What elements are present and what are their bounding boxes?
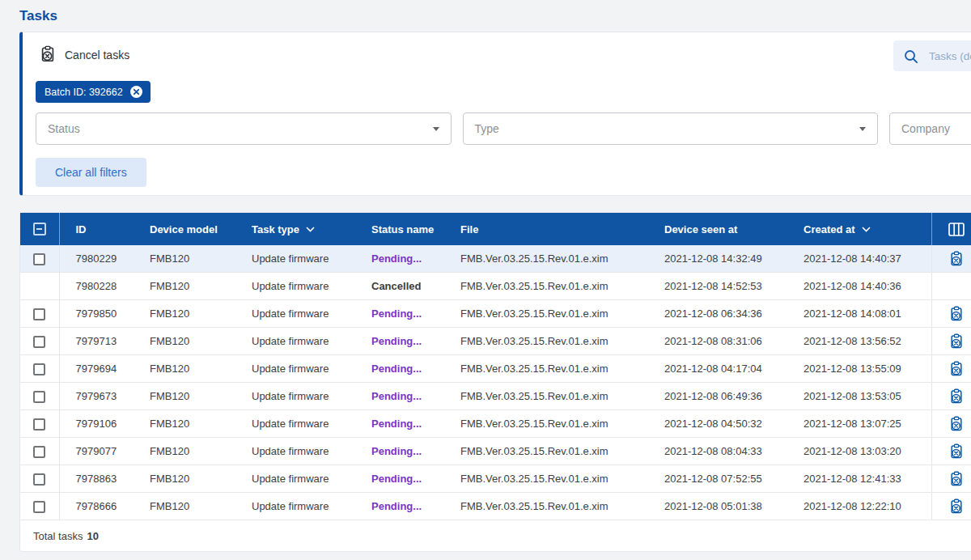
column-settings-cell[interactable] (931, 213, 971, 245)
row-checkbox-cell[interactable] (20, 300, 59, 328)
cell-task-type: Update firmware (235, 493, 355, 520)
cell-status[interactable]: Pending... (355, 410, 444, 438)
cancel-task-icon[interactable] (948, 361, 965, 377)
row-checkbox-cell[interactable] (20, 410, 59, 438)
cell-status[interactable]: Pending... (355, 493, 444, 520)
cell-task-type: Update firmware (235, 438, 355, 465)
column-header-device-seen-at[interactable]: Device seen at (648, 213, 787, 245)
cell-status[interactable]: Pending... (355, 328, 444, 355)
row-checkbox-cell[interactable] (20, 245, 59, 273)
cancel-task-icon[interactable] (948, 333, 965, 350)
search-input[interactable] (927, 49, 971, 63)
filter-chip-batch-id[interactable]: Batch ID: 392662 (36, 81, 151, 103)
cancel-task-icon[interactable] (948, 251, 965, 267)
row-actions-cell[interactable] (931, 245, 971, 273)
cancel-task-icon[interactable] (948, 471, 965, 487)
row-checkbox-cell[interactable] (20, 465, 59, 493)
cell-device-model: FMB120 (134, 355, 235, 383)
cell-status[interactable]: Cancelled (355, 273, 444, 300)
cancel-task-icon[interactable] (948, 306, 965, 322)
table-row[interactable]: 7979850FMB120Update firmwarePending...FM… (20, 300, 971, 328)
column-header-device-model[interactable]: Device model (134, 213, 235, 245)
cancel-task-icon[interactable] (948, 498, 965, 515)
table-body: 7980229FMB120Update firmwarePending...FM… (20, 245, 971, 520)
clear-all-filters-button[interactable]: Clear all filters (36, 158, 146, 187)
row-checkbox[interactable] (33, 446, 45, 458)
remove-chip-icon[interactable] (129, 85, 143, 99)
row-checkbox[interactable] (33, 473, 45, 486)
column-settings-icon[interactable] (948, 223, 965, 236)
cell-status[interactable]: Pending... (355, 245, 444, 273)
cell-file: FMB.Ver.03.25.15.Rev.01.e.xim (444, 328, 648, 355)
search-box[interactable] (893, 40, 971, 71)
table-row[interactable]: 7979077FMB120Update firmwarePending...FM… (20, 438, 971, 465)
row-checkbox[interactable] (33, 363, 45, 375)
cancel-task-icon[interactable] (948, 443, 965, 460)
chevron-down-icon (859, 127, 866, 131)
table-row[interactable]: 7980229FMB120Update firmwarePending...FM… (20, 245, 971, 273)
table-header: ID Device model Task type (20, 213, 971, 245)
cell-status[interactable]: Pending... (355, 383, 444, 410)
column-header-file[interactable]: File (444, 213, 648, 245)
row-actions-cell[interactable] (931, 328, 971, 355)
cell-device-seen-at: 2021-12-08 08:31:06 (648, 328, 787, 355)
select-all-checkbox-cell[interactable] (20, 213, 59, 245)
cell-created-at: 2021-12-08 13:55:09 (787, 355, 931, 383)
cell-id: 7979077 (59, 438, 134, 465)
table-row[interactable]: 7979106FMB120Update firmwarePending...FM… (20, 410, 971, 438)
row-checkbox[interactable] (33, 308, 45, 320)
row-checkbox-cell[interactable] (20, 383, 59, 410)
cell-status[interactable]: Pending... (355, 465, 444, 493)
cell-created-at: 2021-12-08 13:56:52 (787, 328, 931, 355)
cell-id: 7979850 (59, 300, 134, 328)
table-row[interactable]: 7980228FMB120Update firmwareCancelledFMB… (20, 273, 971, 300)
table-row[interactable]: 7979673FMB120Update firmwarePending...FM… (20, 383, 971, 410)
cell-status[interactable]: Pending... (355, 355, 444, 383)
row-checkbox[interactable] (33, 501, 45, 513)
column-header-created-at[interactable]: Created at (787, 213, 931, 245)
company-filter-placeholder: Company (901, 122, 950, 135)
row-actions-cell[interactable] (931, 410, 971, 438)
row-actions-cell[interactable] (931, 493, 971, 520)
row-actions-cell[interactable] (931, 300, 971, 328)
table-row[interactable]: 7979694FMB120Update firmwarePending...FM… (20, 355, 971, 383)
row-actions-cell[interactable] (931, 383, 971, 410)
cell-device-seen-at: 2021-12-08 04:17:04 (648, 355, 787, 383)
cell-status[interactable]: Pending... (355, 300, 444, 328)
type-filter-select[interactable]: Type (463, 112, 879, 145)
cell-status[interactable]: Pending... (355, 438, 444, 465)
cancel-task-icon[interactable] (948, 416, 965, 432)
row-checkbox[interactable] (33, 253, 45, 265)
table-row[interactable]: 7978863FMB120Update firmwarePending...FM… (20, 465, 971, 493)
column-header-task-type[interactable]: Task type (235, 213, 355, 245)
row-actions-cell[interactable] (931, 355, 971, 383)
cell-task-type: Update firmware (235, 355, 355, 383)
cell-device-model: FMB120 (134, 465, 235, 493)
cell-task-type: Update firmware (235, 410, 355, 438)
row-checkbox-cell[interactable] (20, 493, 59, 520)
row-checkbox-cell[interactable] (20, 355, 59, 383)
row-actions-cell[interactable] (931, 465, 971, 493)
row-checkbox[interactable] (33, 336, 45, 348)
cancel-task-icon[interactable] (948, 388, 965, 405)
row-checkbox-cell[interactable] (20, 328, 59, 355)
row-checkbox-cell[interactable] (20, 438, 59, 465)
row-checkbox-cell (20, 273, 59, 300)
cell-file: FMB.Ver.03.25.15.Rev.01.e.xim (444, 438, 648, 465)
cancel-tasks-button[interactable]: Cancel tasks (36, 45, 133, 66)
row-actions-cell[interactable] (931, 438, 971, 465)
cell-id: 7979694 (59, 355, 134, 383)
cell-device-seen-at: 2021-12-08 08:04:33 (648, 438, 787, 465)
company-filter-select[interactable]: Company (889, 112, 971, 145)
table-row[interactable]: 7978666FMB120Update firmwarePending...FM… (20, 493, 971, 520)
cell-device-model: FMB120 (134, 383, 235, 410)
row-checkbox[interactable] (33, 391, 45, 403)
row-checkbox[interactable] (33, 418, 45, 431)
column-header-status-name[interactable]: Status name (355, 213, 444, 245)
indeterminate-checkbox[interactable] (33, 223, 46, 235)
column-header-id[interactable]: ID (59, 213, 134, 245)
cell-file: FMB.Ver.03.25.15.Rev.01.e.xim (444, 273, 648, 300)
status-filter-select[interactable]: Status (36, 112, 452, 145)
table-row[interactable]: 7979713FMB120Update firmwarePending...FM… (20, 328, 971, 355)
toolbar-row: Cancel tasks (36, 42, 971, 68)
